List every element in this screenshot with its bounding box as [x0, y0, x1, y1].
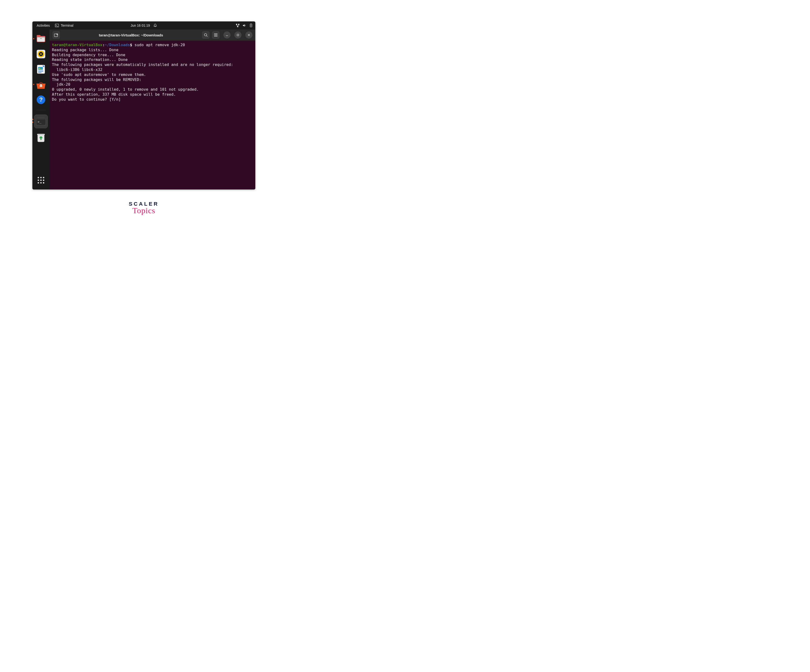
terminal-line: The following packages will be REMOVED:: [52, 77, 253, 83]
svg-point-43: [204, 34, 207, 36]
svg-text:?: ?: [39, 96, 43, 103]
svg-point-34: [38, 180, 39, 181]
terminal-small-icon: [55, 24, 59, 27]
power-battery-icon: [249, 24, 253, 27]
svg-rect-0: [55, 24, 59, 27]
svg-rect-4: [237, 26, 238, 27]
svg-rect-3: [238, 24, 240, 25]
watermark-line2: Topics: [32, 206, 255, 215]
svg-rect-19: [38, 71, 43, 71]
dock-item-rhythmbox[interactable]: [35, 48, 47, 60]
svg-point-38: [40, 182, 42, 184]
svg-line-44: [206, 36, 208, 37]
clock[interactable]: Jun 16 01:19: [131, 24, 150, 27]
close-button[interactable]: [245, 32, 253, 39]
terminal-line: Use 'sudo apt autoremove' to remove them…: [52, 72, 253, 77]
new-tab-icon: [54, 33, 58, 37]
svg-rect-10: [37, 37, 45, 38]
svg-text:A: A: [39, 84, 42, 88]
terminal-line: jdk-20: [52, 82, 253, 87]
network-icon: [236, 24, 240, 27]
scaler-topics-watermark: SCALER Topics: [32, 201, 255, 229]
terminal-line: 0 upgraded, 0 newly installed, 1 to remo…: [52, 87, 253, 92]
dock-item-trash[interactable]: [35, 131, 47, 143]
minimize-icon: [226, 34, 228, 36]
new-tab-button[interactable]: [52, 31, 60, 39]
svg-point-33: [43, 177, 44, 178]
gnome-top-bar: Activities Terminal Jun 16 01:19: [32, 22, 255, 30]
svg-point-35: [40, 180, 42, 181]
terminal-output[interactable]: taran@taran-VirtualBox:~/Downloads$ sudo…: [49, 41, 255, 189]
svg-rect-8: [37, 35, 40, 37]
dock-item-files[interactable]: [35, 33, 47, 45]
svg-point-36: [43, 180, 44, 181]
svg-rect-20: [38, 71, 43, 72]
ubuntu-software-icon: A: [35, 79, 47, 90]
show-apps-icon: [37, 176, 45, 184]
svg-rect-21: [38, 72, 41, 73]
window-titlebar: taran@taran-VirtualBox: ~/Downloads: [49, 30, 255, 41]
hamburger-icon: [214, 33, 218, 37]
terminal-line: Do you want to continue? [Y/n]: [52, 97, 253, 102]
terminal-line: Reading package lists... Done: [52, 47, 253, 52]
terminal-line: Reading state information... Done: [52, 57, 253, 62]
prompt-path: ~/Downloads: [105, 43, 130, 47]
svg-point-39: [43, 182, 44, 184]
dock-separator: [36, 110, 46, 110]
terminal-command: sudo apt remove jdk-20: [132, 43, 185, 47]
svg-point-37: [38, 182, 39, 184]
close-icon: [248, 34, 250, 36]
svg-rect-49: [237, 34, 239, 36]
minimize-button[interactable]: [223, 32, 231, 39]
desktop-screenshot: Activities Terminal Jun 16 01:19: [32, 22, 255, 189]
prompt-dollar: $: [130, 43, 132, 47]
files-icon: [36, 34, 46, 44]
search-icon: [204, 33, 208, 37]
prompt-sep: :: [103, 43, 105, 47]
terminal-line: After this operation, 337 MB disk space …: [52, 92, 253, 97]
dock-item-show-apps[interactable]: [35, 174, 47, 186]
help-icon: ?: [36, 94, 46, 105]
dock-item-terminal[interactable]: >_: [34, 115, 48, 128]
svg-point-32: [40, 177, 42, 178]
terminal-line: libc6-i386 libc6-x32: [52, 67, 253, 72]
rhythmbox-icon: [36, 49, 46, 59]
svg-point-31: [38, 177, 39, 178]
dock-item-ubuntu-software[interactable]: A: [35, 79, 47, 91]
dock: A ? >_: [32, 30, 49, 189]
activities-button[interactable]: Activities: [37, 24, 50, 27]
volume-icon: [243, 24, 246, 27]
svg-rect-11: [40, 38, 42, 39]
trash-icon: [36, 132, 46, 143]
prompt-user: taran@taran-VirtualBox: [52, 43, 103, 47]
svg-rect-2: [236, 24, 237, 25]
svg-rect-6: [251, 24, 251, 24]
active-app-name: Terminal: [61, 24, 73, 27]
maximize-icon: [236, 34, 240, 36]
notification-bell-icon[interactable]: [153, 24, 157, 27]
active-app-indicator[interactable]: Terminal: [55, 24, 73, 27]
terminal-window: taran@taran-VirtualBox: ~/Downloads: [49, 30, 255, 189]
svg-rect-30: [37, 134, 45, 135]
svg-rect-27: [36, 118, 46, 120]
terminal-line: Building dependency tree... Done: [52, 52, 253, 57]
terminal-icon: >_: [36, 117, 46, 126]
hamburger-menu-button[interactable]: [212, 31, 219, 39]
svg-text:>_: >_: [38, 120, 41, 123]
terminal-line: The following packages were automaticall…: [52, 62, 253, 67]
dock-item-libreoffice-writer[interactable]: [35, 63, 47, 75]
window-title: taran@taran-VirtualBox: ~/Downloads: [62, 33, 199, 37]
maximize-button[interactable]: [235, 32, 241, 39]
dock-item-help[interactable]: ?: [35, 94, 47, 106]
libreoffice-writer-icon: [36, 64, 46, 74]
search-button[interactable]: [202, 31, 209, 39]
system-status-area[interactable]: [236, 24, 253, 27]
svg-point-15: [40, 53, 42, 55]
